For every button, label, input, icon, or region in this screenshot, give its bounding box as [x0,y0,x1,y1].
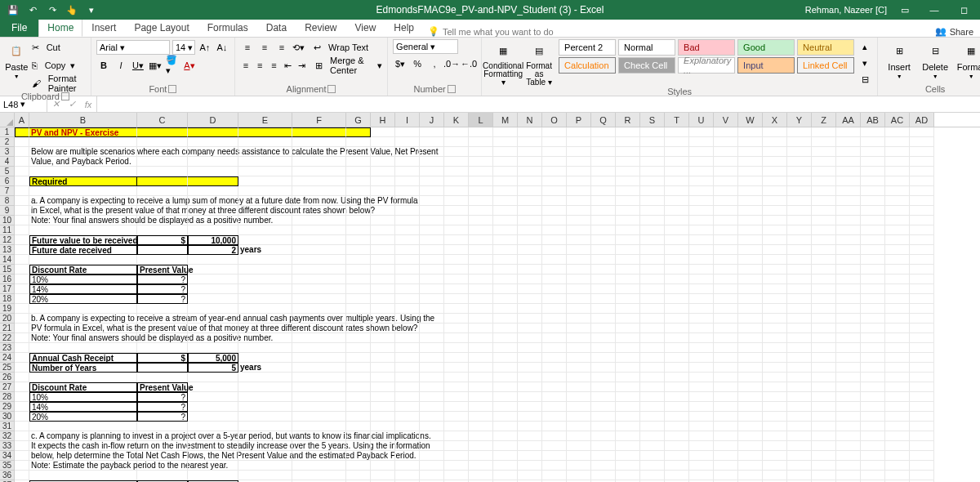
share-button[interactable]: 👥 Share [935,26,980,37]
cell-D32[interactable] [188,431,238,441]
cell-U6[interactable] [689,176,714,186]
maximize-icon[interactable]: ◻ [952,1,975,19]
cell-N1[interactable] [518,127,542,137]
bold-button[interactable]: B [96,58,111,73]
cell-H35[interactable] [371,461,395,471]
cell-U1[interactable] [689,127,714,137]
cell-AC13[interactable] [885,245,910,255]
cell-S1[interactable] [640,127,665,137]
row-header-16[interactable]: 16 [0,274,15,284]
cell-S30[interactable] [640,412,665,422]
cell-G23[interactable] [346,343,371,353]
cell-U34[interactable] [689,451,714,461]
cell-S14[interactable] [640,255,665,265]
cell-O33[interactable] [542,441,567,451]
cell-T24[interactable] [665,353,689,363]
home-tab[interactable]: Home [38,19,82,37]
cell-U29[interactable] [689,402,714,412]
cell-A31[interactable] [15,422,29,431]
cell-B5[interactable] [29,167,137,176]
cell-R21[interactable] [616,324,640,333]
cell-AC31[interactable] [885,422,910,431]
cell-L32[interactable] [469,431,493,441]
column-header-AD[interactable]: AD [910,113,934,127]
cell-U11[interactable] [689,225,714,235]
cell-Y23[interactable] [787,343,812,353]
format-cells-button[interactable]: ▦Format▼ [955,39,980,79]
column-header-D[interactable]: D [188,113,238,127]
cell-X2[interactable] [763,137,787,147]
cell-B29[interactable]: 14% [29,402,137,412]
cell-W16[interactable] [738,274,763,284]
cell-Q27[interactable] [591,382,616,392]
cell-Z33[interactable] [812,441,836,451]
column-header-C[interactable]: C [137,113,188,127]
cell-V1[interactable] [714,127,738,137]
cell-W2[interactable] [738,137,763,147]
cell-N30[interactable] [518,412,542,422]
cell-Z11[interactable] [812,225,836,235]
tell-me-search[interactable]: 💡 Tell me what you want to do [428,26,554,37]
row-header-4[interactable]: 4 [0,157,15,167]
cell-R28[interactable] [616,392,640,402]
cell-L34[interactable] [469,451,493,461]
column-header-W[interactable]: W [738,113,763,127]
cell-C9[interactable] [137,206,188,216]
cell-T9[interactable] [665,206,689,216]
cell-W8[interactable] [738,196,763,206]
cell-V4[interactable] [714,157,738,167]
cell-N12[interactable] [518,235,542,245]
cell-G36[interactable] [346,471,371,480]
cell-R32[interactable] [616,431,640,441]
italic-button[interactable]: I [114,58,128,73]
cell-O25[interactable] [542,363,567,373]
cell-K17[interactable] [444,284,469,294]
cell-S9[interactable] [640,206,665,216]
cell-F9[interactable] [292,206,346,216]
align-right-icon[interactable]: ≡ [268,58,279,73]
cell-Z7[interactable] [812,186,836,196]
cell-M18[interactable] [493,294,518,304]
cell-L21[interactable] [469,324,493,333]
cell-C29[interactable]: ? [137,402,188,412]
cell-S24[interactable] [640,353,665,363]
cell-X3[interactable] [763,147,787,157]
cell-J23[interactable] [420,343,444,353]
cell-Y30[interactable] [787,412,812,422]
cell-B2[interactable] [29,137,137,147]
cell-E26[interactable] [238,373,292,382]
number-format-dropdown[interactable]: General ▾ [393,39,458,54]
cell-M10[interactable] [493,216,518,225]
cell-L22[interactable] [469,333,493,343]
cell-P22[interactable] [567,333,591,343]
cell-Y12[interactable] [787,235,812,245]
cell-C36[interactable] [137,471,188,480]
cell-V2[interactable] [714,137,738,147]
cell-K24[interactable] [444,353,469,363]
cell-L4[interactable] [469,157,493,167]
cell-AA31[interactable] [836,422,861,431]
cell-R3[interactable] [616,147,640,157]
style-explanatory[interactable]: Explanatory ... [678,57,735,74]
cell-I11[interactable] [395,225,420,235]
cell-P25[interactable] [567,363,591,373]
cell-C17[interactable]: ? [137,284,188,294]
cell-AB2[interactable] [861,137,885,147]
cell-O35[interactable] [542,461,567,471]
cell-A8[interactable] [15,196,29,206]
cell-A23[interactable] [15,343,29,353]
cell-M34[interactable] [493,451,518,461]
cell-Q5[interactable] [591,167,616,176]
cell-R1[interactable] [616,127,640,137]
cell-P5[interactable] [567,167,591,176]
cell-F33[interactable] [292,441,346,451]
cell-AC35[interactable] [885,461,910,471]
cell-P13[interactable] [567,245,591,255]
cell-H18[interactable] [371,294,395,304]
cell-E7[interactable] [238,186,292,196]
cell-C11[interactable] [137,225,188,235]
row-header-34[interactable]: 34 [0,451,15,461]
cell-T8[interactable] [665,196,689,206]
cell-T13[interactable] [665,245,689,255]
cell-AA15[interactable] [836,265,861,274]
